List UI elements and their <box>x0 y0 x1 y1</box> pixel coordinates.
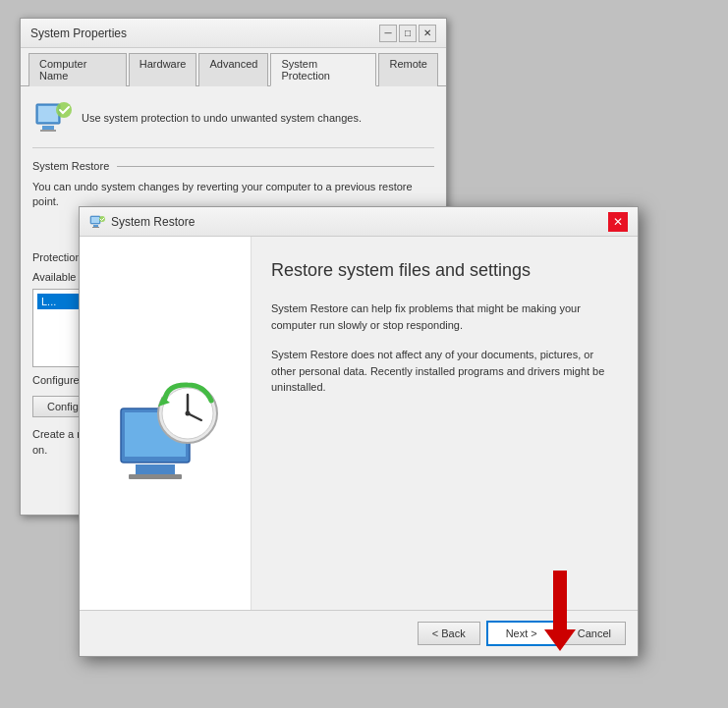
dialog-heading: Restore system files and settings <box>271 260 618 281</box>
system-properties-titlebar: System Properties ─ □ ✕ <box>21 19 446 48</box>
close-button[interactable]: ✕ <box>419 25 436 42</box>
dialog-title-left: System Restore <box>89 214 195 230</box>
arrow-shaft <box>553 571 567 629</box>
svg-rect-8 <box>92 227 99 228</box>
system-restore-label: System Restore <box>32 160 434 172</box>
tab-remote[interactable]: Remote <box>378 53 438 86</box>
system-properties-title: System Properties <box>30 27 127 40</box>
svg-rect-3 <box>40 130 56 132</box>
svg-rect-2 <box>42 126 54 130</box>
svg-rect-12 <box>136 464 175 474</box>
dialog-right-panel: Restore system files and settings System… <box>252 237 638 610</box>
svg-rect-13 <box>129 474 182 479</box>
dialog-body: Restore system files and settings System… <box>80 237 638 610</box>
dialog-title-text: System Restore <box>111 215 195 229</box>
sys-header: Use system protection to undo unwanted s… <box>32 98 434 148</box>
dialog-close-button[interactable]: ✕ <box>608 212 628 232</box>
dialog-para-2: System Restore does not affect any of yo… <box>271 347 618 396</box>
arrow-head <box>544 629 576 651</box>
system-icon <box>32 98 72 137</box>
svg-rect-1 <box>38 106 58 122</box>
tab-system-protection[interactable]: System Protection <box>270 53 376 86</box>
dialog-para-1: System Restore can help fix problems tha… <box>271 300 618 333</box>
svg-rect-7 <box>93 225 98 227</box>
maximize-button[interactable]: □ <box>399 25 417 42</box>
red-arrow-indicator <box>544 571 576 651</box>
tab-computer-name[interactable]: Computer Name <box>28 53 127 86</box>
svg-point-18 <box>186 411 191 416</box>
dialog-icon <box>89 214 105 230</box>
back-button[interactable]: < Back <box>418 622 480 645</box>
sys-header-text: Use system protection to undo unwanted s… <box>82 112 434 124</box>
tab-hardware[interactable]: Hardware <box>129 53 197 86</box>
dialog-titlebar: System Restore ✕ <box>80 207 638 237</box>
titlebar-controls: ─ □ ✕ <box>379 25 436 42</box>
minimize-button[interactable]: ─ <box>379 25 397 42</box>
svg-rect-6 <box>91 217 99 223</box>
tab-bar: Computer Name Hardware Advanced System P… <box>21 48 446 86</box>
dialog-illustration-panel <box>80 237 252 610</box>
restore-illustration <box>101 359 229 487</box>
svg-point-4 <box>56 102 72 118</box>
tab-advanced[interactable]: Advanced <box>198 53 268 86</box>
